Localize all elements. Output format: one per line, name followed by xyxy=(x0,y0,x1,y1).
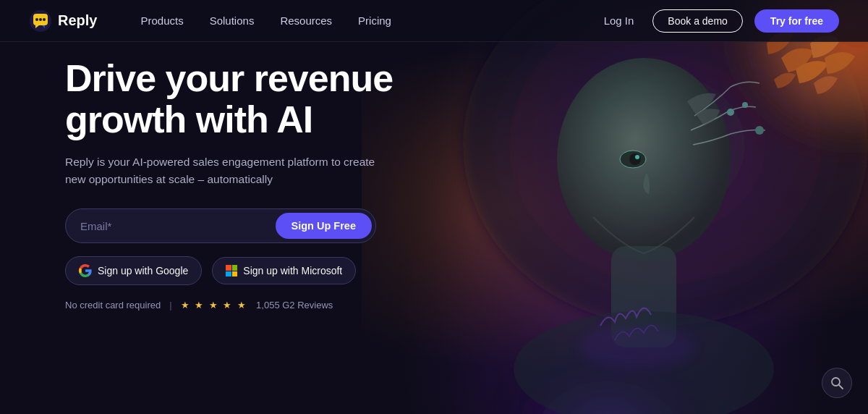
nav-pricing[interactable]: Pricing xyxy=(358,14,391,27)
hero-subtitle: Reply is your AI-powered sales engagemen… xyxy=(65,153,398,188)
svg-point-11 xyxy=(635,155,639,159)
no-cc-text: No credit card required xyxy=(65,300,161,310)
email-signup-form: Sign Up Free xyxy=(65,208,376,243)
try-free-button[interactable]: Try for free xyxy=(754,9,839,33)
svg-point-8 xyxy=(755,126,764,135)
svg-point-17 xyxy=(832,378,840,386)
svg-point-15 xyxy=(39,18,42,21)
svg-point-7 xyxy=(742,102,748,108)
review-count: 1,055 G2 Reviews xyxy=(256,300,333,310)
microsoft-signup-label: Sign up with Microsoft xyxy=(243,265,342,276)
microsoft-icon xyxy=(226,265,237,276)
login-button[interactable]: Log In xyxy=(597,10,642,31)
nav-products[interactable]: Products xyxy=(140,14,183,27)
nav-actions: Log In Book a demo Try for free xyxy=(597,9,839,33)
svg-point-16 xyxy=(43,18,46,21)
svg-point-10 xyxy=(629,153,641,165)
nav-links: Products Solutions Resources Pricing xyxy=(140,14,596,27)
social-signup-row: Sign up with Google Sign up with Microso… xyxy=(65,256,470,285)
google-icon xyxy=(79,264,92,277)
microsoft-signup-button[interactable]: Sign up with Microsoft xyxy=(212,257,356,284)
navbar: Reply Products Solutions Resources Prici… xyxy=(0,0,868,42)
hero-title: Drive your revenue growth with AI xyxy=(65,58,470,140)
search-fab-button[interactable] xyxy=(822,368,852,398)
svg-point-12 xyxy=(579,326,694,369)
signup-free-button[interactable]: Sign Up Free xyxy=(276,213,372,239)
svg-point-14 xyxy=(35,18,38,21)
trust-row: No credit card required | ★ ★ ★ ★ ★ 1,05… xyxy=(65,300,470,310)
star-rating: ★ ★ ★ ★ ★ xyxy=(181,300,247,310)
book-demo-button[interactable]: Book a demo xyxy=(652,9,743,33)
google-signup-button[interactable]: Sign up with Google xyxy=(65,256,202,285)
search-icon xyxy=(830,376,844,390)
email-input[interactable] xyxy=(80,220,276,232)
trust-divider: | xyxy=(169,300,171,310)
logo-icon xyxy=(29,9,52,33)
nav-solutions[interactable]: Solutions xyxy=(210,14,255,27)
svg-point-6 xyxy=(727,109,734,116)
brand-logo[interactable]: Reply xyxy=(29,9,97,33)
nav-resources[interactable]: Resources xyxy=(280,14,332,27)
hero-content: Drive your revenue growth with AI Reply … xyxy=(65,58,470,310)
google-signup-label: Sign up with Google xyxy=(98,265,188,276)
